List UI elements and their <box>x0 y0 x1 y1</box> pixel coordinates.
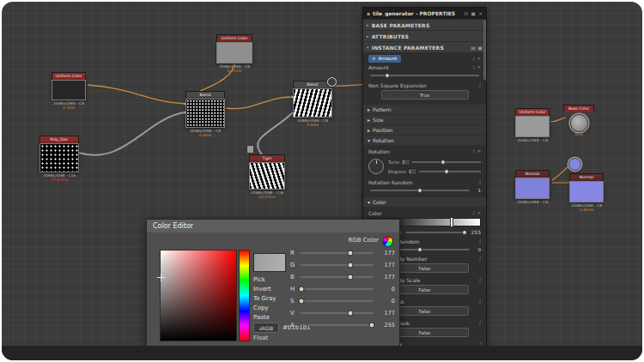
hue-slider[interactable] <box>300 288 374 290</box>
non-square-expansion-toggle[interactable]: True <box>381 90 469 100</box>
section-instance-parameters[interactable]: ▾ INSTANCE PARAMETERS ▤ ▣ <box>363 42 486 52</box>
function-icon[interactable]: ƒ <box>479 320 481 325</box>
node-thumbnail <box>515 178 550 199</box>
pin-icon[interactable]: ⊙ <box>464 11 468 16</box>
gradient-marker[interactable] <box>450 217 453 227</box>
note-icon[interactable] <box>246 145 254 154</box>
color-value-slider[interactable] <box>405 232 467 233</box>
node-uniform-color-1[interactable]: Uniform Color 2048x2048 - C8 0.3ms <box>52 72 86 110</box>
value-slider[interactable] <box>300 312 374 314</box>
function-icon[interactable]: ƒ <box>479 179 481 184</box>
saturation-slider[interactable] <box>300 300 374 302</box>
subsection-pattern[interactable]: ▸ Pattern <box>363 105 486 114</box>
node-thumbnail <box>39 143 79 172</box>
slider-knob[interactable] <box>348 262 354 268</box>
output-toggle-icon[interactable] <box>327 77 337 87</box>
subsection-position[interactable]: ▸ Position <box>363 125 486 135</box>
rotation-random-row: Rotation Random ƒ <box>368 178 481 186</box>
srgb-button[interactable]: sRGB <box>253 323 279 333</box>
function-icon[interactable]: ƒ <box>479 82 481 87</box>
subsection-color[interactable]: ▾ Color <box>363 197 486 207</box>
rotation-random-value: 1 <box>474 188 481 193</box>
green-slider[interactable] <box>300 264 374 266</box>
non-square-expansion-row: Non Square Expansion ƒ <box>368 81 481 89</box>
turns-slider[interactable] <box>412 161 481 163</box>
slider-knob[interactable] <box>348 250 354 256</box>
slider-knob[interactable] <box>417 247 422 252</box>
turns-input[interactable]: 0 <box>401 159 410 166</box>
section-base-parameters[interactable]: ▸ BASE PARAMETERS <box>363 20 486 30</box>
slider-knob[interactable] <box>348 275 354 281</box>
section-attributes[interactable]: ▸ ATTRIBUTES <box>363 31 486 41</box>
degrees-input[interactable]: 0 <box>408 168 417 175</box>
node-blend-2[interactable]: Blend 2048x2048 - C8 0.4ms <box>293 81 332 127</box>
rotation-random-slider[interactable] <box>370 190 470 191</box>
invert-button[interactable]: Invert <box>253 285 288 294</box>
function-icon[interactable]: ƒ <box>473 56 475 61</box>
function-icon[interactable]: ƒ <box>473 148 475 154</box>
turns-row: Turns 0 <box>388 159 481 166</box>
node-normal-2[interactable]: Normal 2048x2048 - C8 2.45ms <box>569 173 604 212</box>
subsection-rotation[interactable]: ▾ Rotation <box>363 136 486 145</box>
node-blend-1[interactable]: Blend 2048x2048 - C8 0.4ms <box>185 91 225 137</box>
paste-button[interactable]: Paste <box>253 313 288 323</box>
node-graph-canvas[interactable]: Uniform Color 2048x2048 - C8 0.3ms Unifo… <box>2 2 642 360</box>
properties-title-bar[interactable]: ▪ tile_generator - PROPERTIES ⊙ ▣ × <box>363 8 486 19</box>
slider-knob[interactable] <box>385 73 390 78</box>
node-tiger[interactable]: Tiger 2048x2048 - L16 10.07ms <box>249 154 285 199</box>
node-uniform-color-4[interactable]: Uniform Color 2048x2048 - C8 <box>515 108 550 142</box>
slider-knob[interactable] <box>369 323 375 329</box>
screen: Uniform Color 2048x2048 - C8 0.3ms Unifo… <box>0 0 644 362</box>
pick-button[interactable]: Pick <box>253 275 288 285</box>
node-uniform-color-2[interactable]: Uniform Color 2048x2048 - C8 0.21ms <box>216 34 252 73</box>
red-slider[interactable] <box>300 252 374 254</box>
node-poly-disc[interactable]: Poly_Disc 2048x2048 - L16 77.07ms <box>39 136 79 182</box>
slider-knob[interactable] <box>348 311 354 317</box>
slider-knob[interactable] <box>298 287 304 293</box>
menu-icon[interactable]: ≡ <box>477 56 481 61</box>
slider-knob[interactable] <box>417 188 422 193</box>
remove-icon[interactable]: × <box>372 56 376 61</box>
slider-knob[interactable] <box>462 230 467 235</box>
function-icon[interactable]: ƒ <box>479 299 481 304</box>
slider-knob[interactable] <box>444 169 449 174</box>
properties-title: tile_generator - PROPERTIES <box>373 10 461 16</box>
menu-icon[interactable]: ≡ <box>477 64 481 69</box>
grid-icon[interactable]: ▣ <box>477 45 483 51</box>
chevron-right-icon: ▸ <box>368 106 370 112</box>
slider-knob[interactable] <box>298 299 304 305</box>
alpha-slider[interactable] <box>300 324 374 326</box>
degrees-slider[interactable] <box>419 171 481 172</box>
amount-pill[interactable]: × Amount <box>368 55 401 63</box>
node-output-normal[interactable] <box>565 158 584 171</box>
hue-strip[interactable] <box>239 250 250 341</box>
function-icon[interactable]: ƒ <box>473 210 475 215</box>
saturation-value-field[interactable] <box>160 250 237 341</box>
subsection-size[interactable]: ▸ Size <box>363 115 486 124</box>
color-wheel-icon[interactable] <box>382 236 393 247</box>
float-label[interactable]: Float <box>253 335 268 341</box>
function-icon[interactable]: ƒ <box>479 238 481 244</box>
chevron-down-icon: ▾ <box>368 199 370 205</box>
amount-slider[interactable] <box>370 75 479 76</box>
menu-icon[interactable]: ≡ <box>477 148 481 154</box>
copy-button[interactable]: Copy <box>253 304 288 313</box>
menu-icon[interactable]: ≡ <box>477 210 481 215</box>
scrollbar[interactable] <box>483 20 486 80</box>
color-picker-crosshair[interactable] <box>157 274 165 281</box>
node-output-basecolor[interactable]: Base Color 0ms <box>563 105 594 136</box>
function-icon[interactable]: ƒ <box>479 277 481 282</box>
blue-slider[interactable] <box>300 276 374 278</box>
function-icon[interactable]: ƒ <box>473 64 475 69</box>
color-editor-title-bar[interactable]: Color Editor <box>147 220 399 232</box>
node-normal-1[interactable]: Normal 2048x2048 - C8 <box>515 170 550 204</box>
slider-knob[interactable] <box>440 160 446 165</box>
rotation-dial[interactable] <box>368 159 384 174</box>
color-mode-label[interactable]: RGB Color <box>348 237 379 244</box>
to-gray-button[interactable]: To Gray <box>253 294 288 304</box>
close-icon[interactable]: × <box>478 11 483 16</box>
function-icon[interactable]: ƒ <box>479 256 481 261</box>
amount-label-row: Amount ƒ ≡ <box>368 63 481 71</box>
dock-icon[interactable]: ▣ <box>471 11 476 16</box>
list-icon[interactable]: ▤ <box>471 45 476 51</box>
